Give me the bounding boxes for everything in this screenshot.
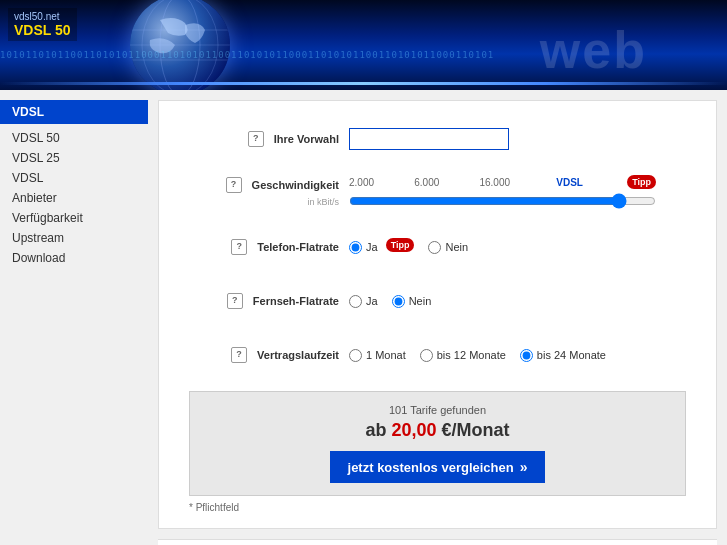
vertrag-label: ? Vertragslaufzeit [189,347,349,363]
vertrag-help-icon[interactable]: ? [231,347,247,363]
sidebar-item-download[interactable]: Download [0,248,148,268]
vertrag-12monat-option[interactable]: bis 12 Monate [420,349,506,362]
content-area: ? Ihre Vorwahl ? Geschwindigkeit [148,90,727,545]
slider-vdsl-label: VDSL [556,177,583,191]
sidebar-item-vdsl[interactable]: VDSL [0,168,148,188]
providers-bar: vodafone Alice 1&1 O₂ ⊙ congstar · · · ·… [158,539,717,545]
fernseh-row: ? Fernseh-Flatrate Ja Nein [189,283,686,319]
fernseh-nein-radio[interactable] [392,295,405,308]
vertrag-label-text: Vertragslaufzeit [257,348,339,362]
fernseh-ja-option[interactable]: Ja [349,295,378,308]
site-name: vdsl50.net [14,11,71,22]
fernseh-ja-label: Ja [366,295,378,307]
compare-btn-label: jetzt kostenlos vergleichen [348,460,514,475]
geschwindigkeit-control: 2.000 6.000 16.000 VDSL Tipp [349,177,686,209]
results-price: ab 20,00 €/Monat [210,420,665,441]
fernseh-control: Ja Nein [349,295,686,308]
slider-max-label: 16.000 [479,177,510,191]
vertrag-1monat-radio[interactable] [349,349,362,362]
header-binary: 1010110101100110101011000110101011001101… [0,50,727,60]
sidebar: VDSL VDSL 50 VDSL 25 VDSL Anbieter Verfü… [0,90,148,545]
fernseh-nein-label: Nein [409,295,432,307]
telefon-nein-label: Nein [445,241,468,253]
results-box: 101 Tarife gefunden ab 20,00 €/Monat jet… [189,391,686,496]
vertrag-12monat-radio[interactable] [420,349,433,362]
vertrag-row: ? Vertragslaufzeit 1 Monat bis 12 Monate [189,337,686,373]
sidebar-item-vdsl25[interactable]: VDSL 25 [0,148,148,168]
telefon-radio-group: Ja Tipp Nein [349,240,468,254]
header-globe [130,0,260,90]
sidebar-item-verfugbarkeit[interactable]: Verfügbarkeit [0,208,148,228]
geschwindigkeit-label-text: Geschwindigkeit [252,178,339,192]
sidebar-title: VDSL [0,100,148,124]
tipp-badge-slider: Tipp [627,175,656,189]
geschwindigkeit-sublabel: in kBit/s [307,197,339,209]
vorwahl-row: ? Ihre Vorwahl [189,121,686,157]
geschwindigkeit-slider[interactable] [349,193,656,209]
telefon-ja-radio[interactable] [349,241,362,254]
slider-track [349,193,686,209]
results-currency: €/Monat [442,420,510,440]
sidebar-item-vdsl50[interactable]: VDSL 50 [0,128,148,148]
sidebar-item-anbieter[interactable]: Anbieter [0,188,148,208]
vertrag-24monat-option[interactable]: bis 24 Monate [520,349,606,362]
globe-circle [130,0,230,90]
slider-min-label: 2.000 [349,177,374,191]
compare-button[interactable]: jetzt kostenlos vergleichen » [330,451,546,483]
fernseh-ja-radio[interactable] [349,295,362,308]
telefon-nein-radio[interactable] [428,241,441,254]
geschwindigkeit-row: ? Geschwindigkeit in kBit/s 2.000 6.000 … [189,175,686,211]
fernseh-radio-group: Ja Nein [349,295,431,308]
telefon-label: ? Telefon-Flatrate [189,239,349,255]
telefon-ja-option[interactable]: Ja Tipp [349,240,414,254]
form-panel: ? Ihre Vorwahl ? Geschwindigkeit [158,100,717,529]
vertrag-control: 1 Monat bis 12 Monate bis 24 Monate [349,349,686,362]
fernseh-help-icon[interactable]: ? [227,293,243,309]
compare-arrow-icon: » [520,459,528,475]
telefon-label-text: Telefon-Flatrate [257,240,339,254]
required-note: * Pflichtfeld [189,502,686,513]
telefon-row: ? Telefon-Flatrate Ja Tipp Nein [189,229,686,265]
telefon-ja-label: Ja [366,241,378,253]
vorwahl-help-icon[interactable]: ? [248,131,264,147]
vertrag-1monat-label: 1 Monat [366,349,406,361]
vorwahl-label-text: Ihre Vorwahl [274,132,339,146]
slider-labels: 2.000 6.000 16.000 VDSL Tipp [349,177,686,191]
vertrag-radio-group: 1 Monat bis 12 Monate bis 24 Monate [349,349,606,362]
fernseh-label: ? Fernseh-Flatrate [189,293,349,309]
header: vdsl50.net VDSL 50 web 10101101011001101… [0,0,727,90]
results-prefix: ab [365,420,386,440]
header-glow [0,82,727,85]
vorwahl-label: ? Ihre Vorwahl [189,131,349,147]
sidebar-item-upstream[interactable]: Upstream [0,228,148,248]
telefon-control: Ja Tipp Nein [349,240,686,254]
results-found: 101 Tarife gefunden [210,404,665,416]
fernseh-nein-option[interactable]: Nein [392,295,432,308]
results-amount: 20,00 [391,420,436,440]
geschwindigkeit-label: ? Geschwindigkeit in kBit/s [189,177,349,209]
header-title: VDSL 50 [14,22,71,38]
telefon-nein-option[interactable]: Nein [428,241,468,254]
vertrag-24monat-radio[interactable] [520,349,533,362]
vertrag-12monat-label: bis 12 Monate [437,349,506,361]
main-layout: VDSL VDSL 50 VDSL 25 VDSL Anbieter Verfü… [0,90,727,545]
tipp-badge-telefon: Tipp [386,238,415,252]
slider-mid-label: 6.000 [414,177,439,191]
header-logo: vdsl50.net VDSL 50 [8,8,77,41]
slider-container: 2.000 6.000 16.000 VDSL Tipp [349,177,686,209]
vertrag-1monat-option[interactable]: 1 Monat [349,349,406,362]
geschwindigkeit-help-icon[interactable]: ? [226,177,242,193]
vorwahl-input[interactable] [349,128,509,150]
vorwahl-control [349,128,686,150]
fernseh-label-text: Fernseh-Flatrate [253,294,339,308]
vertrag-24monat-label: bis 24 Monate [537,349,606,361]
telefon-help-icon[interactable]: ? [231,239,247,255]
